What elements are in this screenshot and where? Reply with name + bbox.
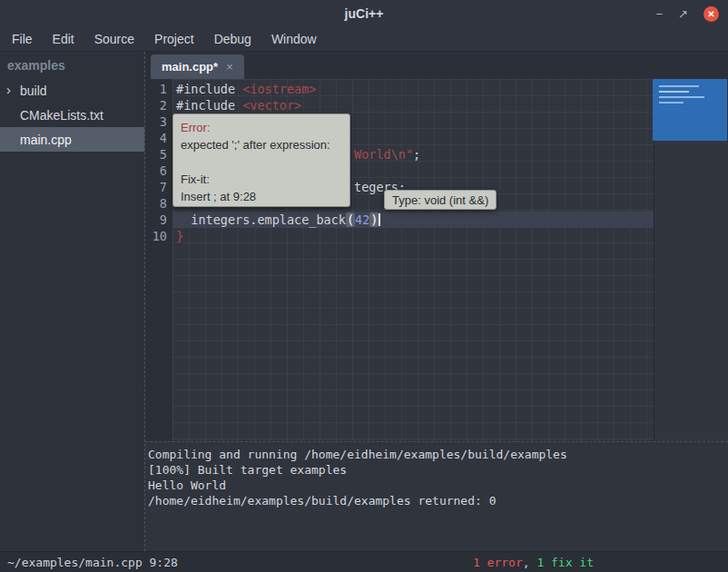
project-name: examples [0, 52, 144, 78]
line-number: 3 [145, 113, 172, 130]
close-icon[interactable]: ✕ [703, 6, 719, 22]
line-number: 2 [145, 97, 172, 113]
terminal-line: Hello World [148, 478, 728, 493]
code-line[interactable]: 10} [145, 228, 728, 244]
code-segment: <vector> [242, 98, 301, 113]
type-tooltip: Type: void (int &&) [384, 190, 497, 210]
line-number: 10 [145, 228, 172, 244]
sidebar-item-label: main.cpp [20, 133, 72, 147]
tab-close-icon[interactable]: × [226, 60, 233, 74]
fixit-title: Fix-it: [181, 171, 342, 188]
line-number: 6 [145, 163, 172, 179]
diagnostic-title: Error: [181, 119, 342, 136]
menu-item-debug[interactable]: Debug [204, 32, 261, 46]
code-segment: ( [346, 212, 355, 227]
minimize-icon[interactable]: − [656, 6, 664, 22]
code-segment: #include [176, 82, 242, 96]
minimap-line [659, 96, 704, 98]
menubar: FileEditSourceProjectDebugWindow [0, 27, 728, 52]
tabbar: main.cpp* × [145, 52, 728, 79]
code-text: #include <iostream> [172, 81, 316, 97]
minimap-line [659, 85, 699, 87]
sidebar-item-cmakelists-txt[interactable]: CMakeLists.txt [0, 103, 144, 127]
minimap-line [659, 91, 689, 93]
code-segment: ; [413, 147, 420, 162]
juci-window: juCi++ − ↗ ✕ FileEditSourceProjectDebugW… [0, 0, 728, 572]
line-number: 9 [145, 212, 172, 228]
menu-item-source[interactable]: Source [84, 32, 144, 46]
text-cursor [379, 213, 380, 226]
window-controls: − ↗ ✕ [656, 6, 728, 22]
code-segment: ) [369, 212, 379, 227]
sidebar-item-build[interactable]: ›build [0, 78, 144, 103]
line-number: 4 [145, 130, 172, 146]
status-separator: , [523, 556, 537, 569]
menu-item-project[interactable]: Project [144, 32, 204, 46]
statusbar: ~/examples/main.cpp 9:28 1 error, 1 fix … [0, 551, 728, 572]
code-segment: } [176, 229, 183, 243]
diagnostic-spacer [181, 153, 342, 171]
terminal-line: [100%] Built target examples [148, 462, 728, 478]
editor-pane: main.cpp* × 1#include <iostream>2#includ… [145, 52, 728, 551]
code-editor[interactable]: 1#include <iostream>2#include <vector>34… [145, 79, 728, 441]
titlebar[interactable]: juCi++ − ↗ ✕ [0, 0, 728, 27]
code-line[interactable]: 2#include <vector> [145, 97, 728, 113]
code-text: } [172, 228, 183, 244]
line-number: 8 [145, 195, 172, 212]
file-tree-sidebar: examples ›buildCMakeLists.txtmain.cpp [0, 52, 145, 551]
code-segment: 42 [355, 212, 369, 227]
tab-main-cpp[interactable]: main.cpp* × [151, 54, 244, 79]
fixit-text: Insert ; at 9:28 [181, 188, 342, 205]
maximize-icon[interactable]: ↗ [678, 6, 688, 22]
terminal-line: /home/eidheim/examples/build/examples re… [148, 493, 728, 508]
line-number: 1 [145, 81, 172, 97]
minimap-line [659, 102, 684, 104]
menu-item-window[interactable]: Window [261, 32, 327, 46]
sidebar-item-main-cpp[interactable]: main.cpp [0, 127, 144, 152]
line-number: 7 [145, 179, 172, 195]
sidebar-item-label: build [20, 84, 47, 98]
status-file-location: ~/examples/main.cpp 9:28 [7, 556, 178, 569]
code-segment: integers.emplace_back [176, 212, 346, 227]
status-error-count: 1 error [473, 556, 523, 569]
terminal-line: Compiling and running /home/eidheim/exam… [148, 447, 728, 462]
code-text: #include <vector> [172, 97, 301, 113]
minimap[interactable] [653, 79, 727, 141]
type-tooltip-text: Type: void (int &&) [392, 193, 488, 207]
code-segment: World\n" [354, 147, 413, 162]
code-segment: <iostream> [242, 82, 316, 96]
menu-item-edit[interactable]: Edit [43, 32, 84, 46]
diagnostic-tooltip: Error: expected ';' after expression: Fi… [172, 113, 350, 207]
sidebar-item-label: CMakeLists.txt [20, 108, 103, 123]
code-line[interactable]: 9 integers.emplace_back(42) [145, 212, 728, 228]
window-title: juCi++ [0, 6, 728, 21]
code-text: integers.emplace_back(42) [172, 212, 380, 228]
main-area: examples ›buildCMakeLists.txtmain.cpp ma… [0, 52, 728, 551]
code-segment: #include [176, 98, 242, 113]
status-diagnostics: 1 error, 1 fix it [473, 556, 594, 569]
menu-item-file[interactable]: File [2, 32, 43, 46]
line-number: 5 [145, 146, 172, 163]
code-line[interactable]: 1#include <iostream> [145, 81, 728, 97]
status-fixit-count: 1 fix it [536, 556, 594, 569]
file-tree: ›buildCMakeLists.txtmain.cpp [0, 78, 144, 152]
diagnostic-message: expected ';' after expression: [181, 136, 342, 153]
tab-label: main.cpp* [162, 60, 218, 74]
output-terminal[interactable]: Compiling and running /home/eidheim/exam… [145, 441, 728, 551]
chevron-right-icon: › [6, 82, 11, 97]
